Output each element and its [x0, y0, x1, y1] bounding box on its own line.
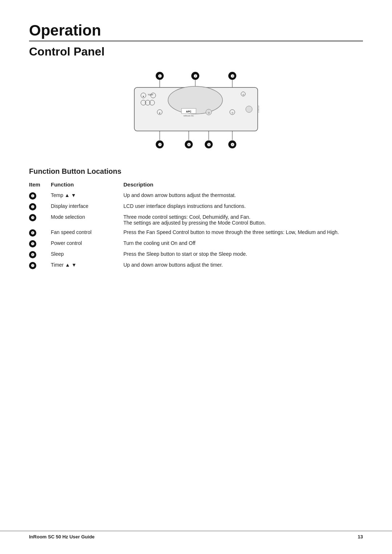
svg-text:⊙: ⊙ — [208, 112, 210, 114]
table-cell-function: Timer ▲ ▼ — [51, 260, 123, 271]
table-cell-description: Press the Sleep button to start or stop … — [123, 249, 363, 260]
svg-text:❺: ❺ — [207, 142, 211, 147]
function-table: Item Function Description ❶Temp ▲ ▼Up an… — [29, 181, 363, 271]
table-header-row: Item Function Description — [29, 181, 363, 190]
table-cell-function: Temp ▲ ▼ — [51, 190, 123, 201]
table-cell-function: Mode selection — [51, 212, 123, 227]
table-cell-function: Sleep — [51, 249, 123, 260]
table-cell-function: Display interface — [51, 201, 123, 212]
table-row: ❹Fan speed controlPress the Fan Speed Co… — [29, 227, 363, 238]
table-cell-item: ❹ — [29, 227, 51, 238]
table-row: ❶Temp ▲ ▼Up and down arrow buttons adjus… — [29, 190, 363, 201]
page: Operation Control Panel ❶ ❷ ❸ ▲ TEMP — [0, 0, 392, 554]
svg-text:❼: ❼ — [158, 142, 162, 147]
item-number: ❼ — [29, 262, 36, 269]
svg-text:❶: ❶ — [158, 74, 162, 79]
svg-point-27 — [246, 106, 252, 112]
title-divider — [29, 41, 363, 41]
function-heading: Function Button Locations — [29, 167, 363, 176]
table-cell-item: ❼ — [29, 260, 51, 271]
table-cell-item: ❷ — [29, 201, 51, 212]
table-cell-description: Up and down arrow buttons adjust the tim… — [123, 260, 363, 271]
svg-text:❸: ❸ — [230, 74, 234, 79]
table-cell-item: ❶ — [29, 190, 51, 201]
svg-text:APC: APC — [186, 110, 192, 113]
svg-text:▲: ▲ — [142, 95, 144, 97]
svg-text:❹: ❹ — [230, 142, 234, 147]
table-cell-description: Up and down arrow buttons adjust the the… — [123, 190, 363, 201]
table-row: ❻SleepPress the Sleep button to start or… — [29, 249, 363, 260]
control-panel-diagram: ❶ ❷ ❸ ▲ TEMP ⊙ — [113, 69, 279, 156]
footer-left: InRoom SC 50 Hz User Guide — [29, 534, 95, 539]
item-number: ❺ — [29, 240, 36, 247]
col-header-function: Function — [51, 181, 123, 190]
col-header-item: Item — [29, 181, 51, 190]
footer-right: 13 — [358, 534, 363, 539]
function-section: Function Button Locations Item Function … — [29, 167, 363, 271]
table-row: ❺Power controlTurn the cooling unit On a… — [29, 238, 363, 249]
item-number: ❸ — [29, 214, 36, 221]
table-cell-description: LCD user interface displays instructions… — [123, 201, 363, 212]
table-cell-function: Fan speed control — [51, 227, 123, 238]
footer-inner: InRoom SC 50 Hz User Guide 13 — [29, 531, 363, 539]
item-number: ❻ — [29, 251, 36, 258]
item-number: ❷ — [29, 203, 36, 210]
diagram-area: ❶ ❷ ❸ ▲ TEMP ⊙ — [29, 69, 363, 156]
svg-text:⊙: ⊙ — [242, 94, 244, 96]
footer: InRoom SC 50 Hz User Guide 13 — [0, 531, 392, 539]
table-row: ❷Display interfaceLCD user interface dis… — [29, 201, 363, 212]
table-cell-description: Turn the cooling unit On and Off — [123, 238, 363, 249]
col-header-description: Description — [123, 181, 363, 190]
table-row: ❼Timer ▲ ▼Up and down arrow buttons adju… — [29, 260, 363, 271]
svg-text:❻: ❻ — [187, 142, 191, 147]
table-cell-function: Power control — [51, 238, 123, 249]
table-cell-item: ❺ — [29, 238, 51, 249]
svg-text:053602: 053602 — [257, 106, 260, 113]
page-title: Operation — [29, 22, 363, 39]
svg-text:❷: ❷ — [193, 74, 197, 79]
table-row: ❸Mode selectionThree mode control settin… — [29, 212, 363, 227]
page-subtitle: Control Panel — [29, 45, 363, 58]
item-number: ❶ — [29, 192, 36, 200]
table-cell-item: ❸ — [29, 212, 51, 227]
svg-text:InRoom SC: InRoom SC — [184, 115, 194, 117]
table-cell-description: Three mode control settings: Cool, Dehum… — [123, 212, 363, 227]
svg-text:⊙: ⊙ — [232, 112, 233, 114]
table-cell-item: ❻ — [29, 249, 51, 260]
svg-text:▲: ▲ — [159, 112, 161, 114]
table-cell-description: Press the Fan Speed Control button to mo… — [123, 227, 363, 238]
item-number: ❹ — [29, 229, 36, 237]
